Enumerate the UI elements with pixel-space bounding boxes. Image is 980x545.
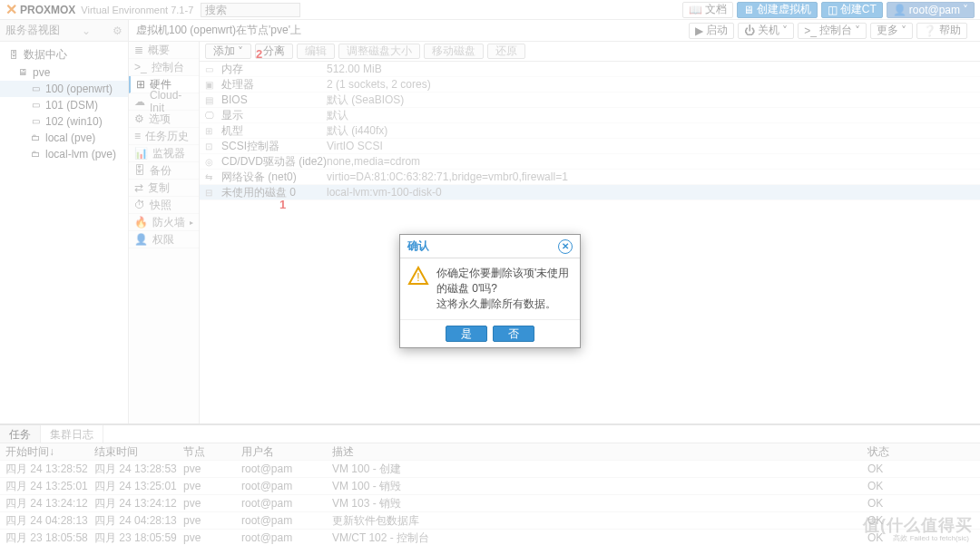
yes-button[interactable]: 是 (446, 326, 487, 342)
confirm-dialog: 确认 ✕ ! 你确定你要删除该项'未使用的磁盘 0'吗? 这将永久删除所有数据。… (399, 234, 581, 348)
watermark-sub: 高效 Failed to fetch(sic) (893, 533, 969, 543)
dialog-message-2: 这将永久删除所有数据。 (436, 297, 573, 312)
warning-icon: ! (407, 266, 429, 287)
no-button[interactable]: 否 (493, 326, 534, 342)
dialog-message-1: 你确定你要删除该项'未使用的磁盘 0'吗? (436, 266, 573, 297)
close-icon[interactable]: ✕ (558, 239, 573, 254)
svg-text:!: ! (416, 271, 419, 284)
dialog-title: 确认 (407, 238, 429, 254)
